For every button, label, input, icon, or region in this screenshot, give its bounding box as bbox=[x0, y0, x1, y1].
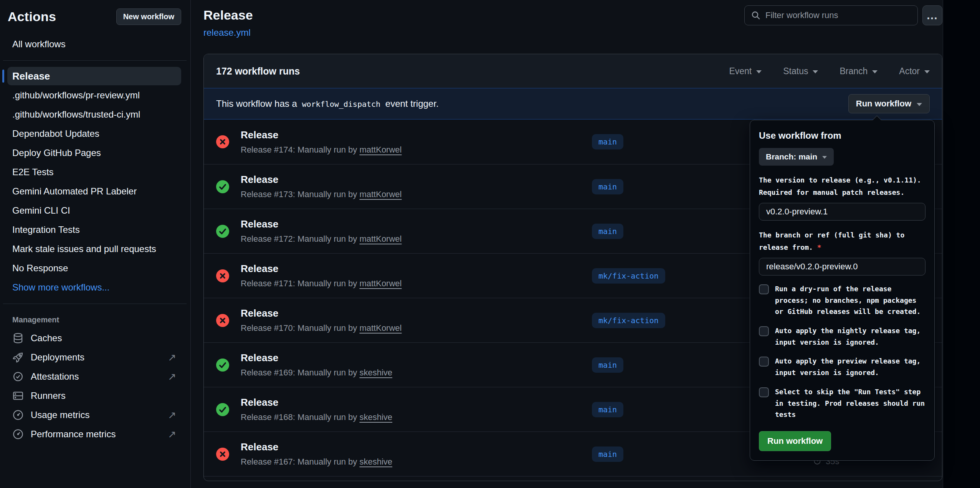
run-actor-link[interactable]: skeshive bbox=[359, 412, 392, 422]
run-title-link[interactable]: Release bbox=[241, 263, 592, 275]
run-title-link[interactable]: Release bbox=[241, 307, 592, 319]
run-title-link[interactable]: Release bbox=[241, 397, 592, 408]
run-description: Release #169: Manually run by skeshive bbox=[241, 368, 592, 378]
run-actor-link[interactable]: mattKorwel bbox=[359, 279, 402, 288]
run-description: Release #171: Manually run by mattKorwel bbox=[241, 279, 592, 289]
sidebar-item-e2e-tests[interactable]: E2E Tests bbox=[7, 163, 181, 181]
branch-badge[interactable]: mk/fix-action bbox=[592, 268, 665, 284]
sidebar-item-release[interactable]: Release bbox=[7, 67, 181, 85]
chevron-down-icon bbox=[917, 103, 922, 106]
sidebar-item-label: Deploy GitHub Pages bbox=[12, 148, 101, 158]
workflow-options-kebab-button[interactable]: … bbox=[922, 5, 942, 25]
run-title-link[interactable]: Release bbox=[241, 441, 592, 453]
branch-select-button[interactable]: Branch: main bbox=[759, 148, 834, 166]
branch-badge[interactable]: main bbox=[592, 179, 623, 194]
management-list: Caches Deployments ↗ Attestations ↗ Runn… bbox=[0, 329, 190, 443]
sidebar-item-runners[interactable]: Runners bbox=[7, 387, 181, 405]
field-description: The branch or ref (full git sha) to rele… bbox=[759, 229, 925, 253]
page-header: Release release.yml … bbox=[203, 0, 942, 54]
check-circle-fill-icon bbox=[216, 403, 229, 416]
sidebar-item-gemini-automated-pr-labeler[interactable]: Gemini Automated PR Labeler bbox=[7, 182, 181, 201]
check-circle-fill-icon bbox=[216, 180, 229, 193]
header-actions: … bbox=[744, 5, 942, 25]
run-actor-link[interactable]: mattKorwel bbox=[359, 145, 402, 154]
sidebar-item-label: Gemini Automated PR Labeler bbox=[12, 186, 137, 197]
sidebar-item--github-workflows-trusted-ci-yml[interactable]: .github/workflows/trusted-ci.yml bbox=[7, 105, 181, 124]
run-title-link[interactable]: Release bbox=[241, 218, 592, 230]
workflow-checkbox-field: Auto apply the nightly release tag, inpu… bbox=[759, 325, 925, 348]
sidebar-item--github-workflows-pr-review-yml[interactable]: .github/workflows/pr-review.yml bbox=[7, 86, 181, 105]
runs-count: 172 workflow runs bbox=[216, 66, 300, 77]
external-link-icon: ↗ bbox=[168, 428, 176, 440]
run-title-link[interactable]: Release bbox=[241, 129, 592, 141]
run-title-link[interactable]: Release bbox=[241, 352, 592, 364]
sidebar-item-label: Deployments bbox=[31, 352, 84, 363]
management-heading: Management bbox=[0, 310, 190, 328]
filter-dropdown-actor[interactable]: Actor bbox=[899, 66, 930, 76]
checkbox[interactable] bbox=[759, 284, 769, 294]
sidebar-item-integration-tests[interactable]: Integration Tests bbox=[7, 221, 181, 239]
sidebar-item-usage-metrics[interactable]: Usage metrics ↗ bbox=[7, 406, 181, 424]
sidebar-item-label: Attestations bbox=[31, 371, 79, 382]
sidebar-item-deployments[interactable]: Deployments ↗ bbox=[7, 348, 181, 367]
sidebar-item-gemini-cli-ci[interactable]: Gemini CLI CI bbox=[7, 201, 181, 220]
runs-filters: EventStatusBranchActor bbox=[729, 66, 930, 76]
check-circle-fill-icon bbox=[216, 225, 229, 238]
run-actor-link[interactable]: mattKorwel bbox=[359, 189, 402, 199]
sidebar-item-show-more[interactable]: Show more workflows... bbox=[7, 278, 181, 297]
run-actor-link[interactable]: mattKorwel bbox=[359, 323, 402, 333]
branch-badge[interactable]: main bbox=[592, 357, 623, 373]
sidebar-item-label: Dependabot Updates bbox=[12, 128, 99, 139]
actions-page: Actions New workflow All workflows Relea… bbox=[0, 0, 980, 488]
branch-badge[interactable]: mk/fix-action bbox=[592, 313, 665, 328]
chevron-down-icon bbox=[822, 156, 827, 159]
sidebar-item-caches[interactable]: Caches bbox=[7, 329, 181, 347]
filter-dropdown-branch[interactable]: Branch bbox=[840, 66, 878, 76]
filter-dropdown-status[interactable]: Status bbox=[783, 66, 818, 76]
sidebar-item-label: No Response bbox=[12, 263, 68, 274]
sidebar-item-dependabot-updates[interactable]: Dependabot Updates bbox=[7, 124, 181, 143]
filter-workflow-runs-input[interactable] bbox=[765, 10, 911, 20]
actions-sidebar: Actions New workflow All workflows Relea… bbox=[0, 0, 191, 488]
chevron-down-icon bbox=[872, 70, 878, 73]
run-title-link[interactable]: Release bbox=[241, 174, 592, 186]
workflow-file-link[interactable]: release.yml bbox=[203, 27, 251, 38]
sidebar-item-label: .github/workflows/trusted-ci.yml bbox=[12, 109, 140, 120]
checkbox-label: Select to skip the "Run Tests" step in t… bbox=[775, 386, 925, 420]
run-actor-link[interactable]: skeshive bbox=[359, 457, 392, 466]
run-actor-link[interactable]: skeshive bbox=[359, 368, 392, 377]
sidebar-item-label: Mark stale issues and pull requests bbox=[12, 244, 156, 254]
checkbox[interactable] bbox=[759, 387, 769, 397]
sidebar-item-performance-metrics[interactable]: Performance metrics ↗ bbox=[7, 425, 181, 443]
filter-box bbox=[744, 5, 918, 25]
checkbox[interactable] bbox=[759, 326, 769, 336]
workflow-checkbox-field: Auto apply the preview release tag, inpu… bbox=[759, 355, 925, 378]
sidebar-item-label: Usage metrics bbox=[31, 410, 89, 420]
run-workflow-dropdown-button[interactable]: Run workflow bbox=[848, 94, 930, 113]
sidebar-item-label: Performance metrics bbox=[31, 429, 116, 440]
workflow-text-input[interactable] bbox=[759, 203, 925, 221]
filter-dropdown-event[interactable]: Event bbox=[729, 66, 762, 76]
sidebar-item-deploy-github-pages[interactable]: Deploy GitHub Pages bbox=[7, 144, 181, 162]
run-actor-link[interactable]: mattKorwel bbox=[359, 234, 402, 244]
sidebar-item-attestations[interactable]: Attestations ↗ bbox=[7, 367, 181, 386]
new-workflow-button[interactable]: New workflow bbox=[116, 8, 181, 25]
branch-badge[interactable]: main bbox=[592, 447, 623, 462]
branch-badge[interactable]: main bbox=[592, 134, 623, 149]
checkbox[interactable] bbox=[759, 357, 769, 367]
run-workflow-submit-button[interactable]: Run workflow bbox=[759, 431, 831, 451]
sidebar-item-all-workflows[interactable]: All workflows bbox=[7, 35, 181, 53]
workflow-input-field: The branch or ref (full git sha) to rele… bbox=[759, 229, 925, 276]
chevron-down-icon bbox=[924, 70, 930, 73]
workflow-text-input[interactable] bbox=[759, 258, 925, 276]
branch-badge[interactable]: main bbox=[592, 224, 623, 239]
checkbox-label: Auto apply the nightly release tag, inpu… bbox=[775, 325, 925, 348]
sidebar-item-label: Caches bbox=[31, 333, 62, 344]
chevron-down-icon bbox=[813, 70, 818, 73]
sidebar-item-no-response[interactable]: No Response bbox=[7, 259, 181, 277]
right-gutter bbox=[943, 0, 980, 488]
external-link-icon: ↗ bbox=[168, 352, 176, 364]
sidebar-item-mark-stale-issues-and-pull-requests[interactable]: Mark stale issues and pull requests bbox=[7, 240, 181, 258]
branch-badge[interactable]: main bbox=[592, 402, 623, 417]
runs-list-header: 172 workflow runs EventStatusBranchActor bbox=[204, 54, 942, 88]
